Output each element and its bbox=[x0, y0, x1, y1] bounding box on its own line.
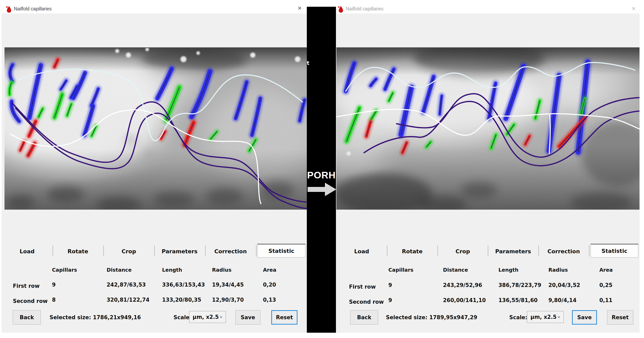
cell-distance: 260,00/141,10 bbox=[443, 297, 486, 303]
tab-separator bbox=[538, 245, 539, 256]
tab-statistic-selected[interactable]: Statistic bbox=[257, 244, 306, 258]
selected-size-text: Selected size: 1789,95x947,29 bbox=[386, 314, 477, 320]
col-header-area: Area bbox=[263, 267, 276, 273]
cell-length: 336,63/153,43 bbox=[162, 282, 205, 288]
screenshot-stage: Nailfold capillaries × Nailfold capillar… bbox=[0, 0, 644, 338]
tab-crop[interactable]: Crop bbox=[108, 248, 149, 255]
scale-label: Scale: bbox=[174, 314, 192, 320]
col-header-radius: Radius bbox=[212, 267, 232, 273]
left-window-title: Nailfold capillaries bbox=[14, 6, 52, 12]
app-drop-icon bbox=[6, 5, 12, 13]
tab-separator bbox=[52, 245, 53, 256]
left-close-icon[interactable]: × bbox=[298, 5, 302, 12]
cell-capillars: 9 bbox=[388, 297, 392, 303]
cell-length: 133,20/80,35 bbox=[162, 297, 201, 303]
scale-dropdown-value: μm, x2.5 bbox=[190, 314, 219, 320]
clipped-text: t bbox=[307, 60, 309, 66]
tab-rotate[interactable]: Rotate bbox=[392, 248, 432, 255]
scale-dropdown-value: μm, x2.5 bbox=[527, 314, 557, 320]
cell-distance: 320,81/122,74 bbox=[106, 297, 150, 303]
tab-separator bbox=[103, 245, 104, 256]
col-header-distance: Distance bbox=[106, 267, 132, 273]
tab-separator bbox=[205, 245, 206, 256]
tab-load[interactable]: Load bbox=[7, 248, 48, 255]
col-header-radius: Radius bbox=[548, 267, 568, 273]
row-label: First row bbox=[349, 284, 376, 290]
chevron-down-icon: ∨ bbox=[219, 315, 226, 319]
tab-separator bbox=[589, 245, 589, 256]
col-header-length: Length bbox=[162, 267, 182, 273]
tab-separator bbox=[438, 245, 438, 256]
cell-radius: 20,04/3,52 bbox=[548, 282, 580, 288]
scale-label: Scale: bbox=[509, 314, 528, 320]
tab-separator bbox=[256, 245, 256, 256]
cell-length: 136,55/81,60 bbox=[498, 297, 538, 303]
col-header-area: Area bbox=[599, 267, 613, 273]
reset-button[interactable]: Reset bbox=[607, 310, 633, 324]
tab-correction[interactable]: Correction bbox=[210, 248, 251, 255]
right-window-title: Nailfold capillaries bbox=[346, 6, 384, 12]
col-header-capillars: Capillars bbox=[388, 267, 414, 273]
cell-area: 0,25 bbox=[599, 282, 612, 288]
nailfold-image-before bbox=[4, 47, 307, 210]
cell-distance: 242,87/63,53 bbox=[106, 282, 146, 288]
col-header-length: Length bbox=[498, 267, 518, 273]
save-button[interactable]: Save bbox=[572, 310, 597, 324]
tab-separator bbox=[387, 245, 387, 256]
col-header-capillars: Capillars bbox=[52, 267, 77, 273]
tab-rotate[interactable]: Rotate bbox=[58, 248, 98, 255]
cell-capillars: 9 bbox=[52, 282, 56, 288]
app-drop-icon bbox=[338, 5, 344, 13]
col-header-distance: Distance bbox=[443, 267, 468, 273]
tab-correction[interactable]: Correction bbox=[543, 248, 584, 255]
selected-size-text: Selected size: 1786,21x949,16 bbox=[50, 314, 141, 320]
divider-strip: PORH bbox=[307, 7, 336, 333]
arrow-right-icon bbox=[308, 182, 336, 197]
row-label: Second row bbox=[349, 299, 384, 305]
cell-radius: 9,80/4,14 bbox=[548, 297, 576, 303]
cell-radius: 19,34/4,45 bbox=[212, 282, 244, 288]
cell-distance: 243,29/52,96 bbox=[443, 282, 482, 288]
cell-capillars: 8 bbox=[52, 297, 56, 303]
save-button[interactable]: Save bbox=[236, 310, 260, 324]
back-button[interactable]: Back bbox=[13, 310, 41, 324]
cell-area: 0,11 bbox=[599, 297, 612, 303]
tab-parameters[interactable]: Parameters bbox=[159, 248, 200, 255]
tab-statistic-selected[interactable]: Statistic bbox=[590, 244, 638, 258]
scale-dropdown[interactable]: μm, x2.5 ∨ bbox=[527, 311, 564, 323]
cell-radius: 12,90/3,70 bbox=[212, 297, 244, 303]
chevron-down-icon: ∨ bbox=[557, 315, 564, 319]
back-button[interactable]: Back bbox=[350, 310, 378, 324]
scale-dropdown[interactable]: μm, x2.5 ∨ bbox=[189, 311, 226, 323]
tab-parameters[interactable]: Parameters bbox=[493, 248, 534, 255]
row-label: Second row bbox=[13, 298, 48, 304]
nailfold-image-after bbox=[336, 47, 640, 210]
tab-separator bbox=[488, 245, 488, 256]
tab-crop[interactable]: Crop bbox=[442, 248, 483, 255]
cell-capillars: 9 bbox=[388, 282, 392, 288]
cell-area: 0,20 bbox=[263, 282, 276, 288]
tab-load[interactable]: Load bbox=[341, 248, 382, 255]
right-close-icon[interactable]: × bbox=[632, 5, 636, 12]
reset-button[interactable]: Reset bbox=[271, 310, 298, 324]
cell-length: 386,78/223,79 bbox=[498, 282, 541, 288]
porh-label: PORH bbox=[307, 170, 336, 181]
tab-separator bbox=[154, 245, 155, 256]
cell-area: 0,13 bbox=[263, 297, 276, 303]
row-label: First row bbox=[13, 283, 40, 289]
